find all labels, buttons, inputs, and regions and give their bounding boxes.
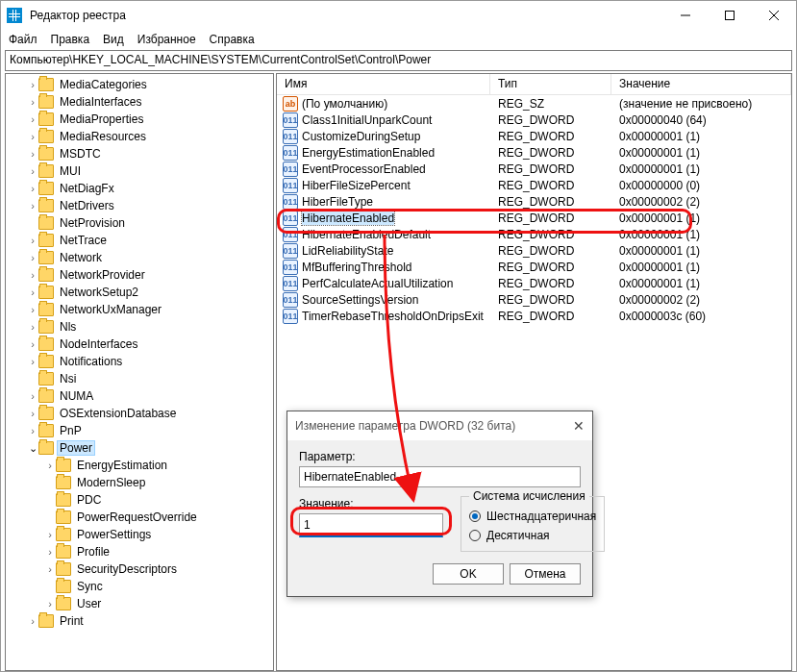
tree-label: PnP [58, 424, 84, 437]
value-row[interactable]: 011CustomizeDuringSetupREG_DWORD0x000000… [277, 128, 791, 144]
chevron-right-icon[interactable]: › [44, 563, 56, 575]
value-row[interactable]: 011PerfCalculateActualUtilizationREG_DWO… [277, 275, 791, 291]
chevron-right-icon[interactable]: › [27, 425, 38, 436]
chevron-right-icon[interactable]: › [27, 286, 38, 298]
tree-item-power[interactable]: ⌄Power [6, 439, 273, 457]
ok-button[interactable]: OK [433, 563, 504, 585]
chevron-right-icon[interactable]: › [27, 235, 38, 246]
value-row[interactable]: 011SourceSettingsVersionREG_DWORD0x00000… [277, 291, 791, 308]
tree-label: NodeInterfaces [58, 337, 139, 351]
tree-item-profile[interactable]: ›Profile [6, 543, 273, 560]
param-name-field[interactable]: HibernateEnabled [299, 466, 581, 487]
tree-item-user[interactable]: ›User [6, 595, 273, 612]
radio-hex[interactable]: Шестнадцатеричная [469, 507, 596, 526]
tree-item-mediainterfaces[interactable]: ›MediaInterfaces [6, 93, 273, 111]
tree-item-powerrequestoverride[interactable]: PowerRequestOverride [6, 509, 273, 526]
tree-item-networkprovider[interactable]: ›NetworkProvider [6, 266, 273, 284]
chevron-right-icon[interactable]: › [27, 338, 38, 350]
tree-item-pdc[interactable]: PDC [6, 491, 273, 509]
col-name[interactable]: Имя [277, 74, 490, 94]
value-row[interactable]: 011TimerRebaseThresholdOnDripsExitREG_DW… [277, 308, 791, 324]
col-data[interactable]: Значение [611, 74, 791, 94]
chevron-right-icon[interactable]: › [27, 615, 38, 627]
menu-favorites[interactable]: Избранное [137, 33, 196, 46]
tree-item-pnp[interactable]: ›PnP [6, 422, 273, 439]
chevron-right-icon[interactable]: › [44, 529, 56, 540]
tree-item-network[interactable]: ›Network [6, 249, 273, 266]
chevron-right-icon[interactable]: › [27, 96, 38, 108]
chevron-right-icon[interactable]: › [27, 165, 38, 177]
chevron-right-icon[interactable]: › [27, 79, 38, 90]
tree-item-mui[interactable]: ›MUI [6, 162, 273, 180]
tree-item-netdrivers[interactable]: ›NetDrivers [6, 197, 273, 214]
tree-item-sync[interactable]: Sync [6, 578, 273, 595]
chevron-right-icon[interactable]: › [27, 269, 38, 281]
value-row[interactable]: 011HiberFileTypeREG_DWORD0x00000002 (2) [277, 193, 791, 210]
chevron-right-icon[interactable]: › [44, 460, 56, 471]
col-type[interactable]: Тип [490, 74, 611, 94]
tree-item-networkuxmanager[interactable]: ›NetworkUxManager [6, 301, 273, 318]
window-title: Редактор реестра [30, 9, 126, 22]
chevron-right-icon[interactable]: › [27, 148, 38, 160]
chevron-right-icon[interactable]: › [27, 390, 38, 402]
address-bar[interactable]: Компьютер\HKEY_LOCAL_MACHINE\SYSTEM\Curr… [5, 50, 792, 71]
tree-item-netprovision[interactable]: NetProvision [6, 214, 273, 232]
tree-label: MSDTC [58, 147, 103, 161]
value-name: LidReliabilityState [302, 244, 393, 258]
tree-item-nls[interactable]: ›Nls [6, 318, 273, 336]
tree-item-networksetup2[interactable]: ›NetworkSetup2 [6, 284, 273, 301]
chevron-right-icon[interactable]: › [27, 183, 38, 194]
tree-item-nodeinterfaces[interactable]: ›NodeInterfaces [6, 336, 273, 353]
chevron-right-icon[interactable]: › [27, 408, 38, 419]
value-row[interactable]: 011HibernateEnabledDefaultREG_DWORD0x000… [277, 226, 791, 242]
value-row[interactable]: 011MfBufferingThresholdREG_DWORD0x000000… [277, 259, 791, 275]
tree-item-mediaresources[interactable]: ›MediaResources [6, 128, 273, 145]
tree-item-mediaproperties[interactable]: ›MediaProperties [6, 111, 273, 128]
base-legend: Система исчисления [469, 489, 589, 503]
chevron-right-icon[interactable]: › [44, 598, 56, 610]
chevron-right-icon[interactable]: › [27, 113, 38, 125]
value-input[interactable]: 1 [299, 513, 443, 537]
tree-item-notifications[interactable]: ›Notifications [6, 353, 273, 370]
tree-item-print[interactable]: ›Print [6, 612, 273, 630]
tree-item-mediacategories[interactable]: ›MediaCategories [6, 76, 273, 93]
cancel-button[interactable]: Отмена [510, 563, 581, 585]
maximize-button[interactable] [708, 1, 752, 30]
tree-item-nettrace[interactable]: ›NetTrace [6, 232, 273, 249]
chevron-right-icon[interactable]: › [27, 321, 38, 333]
tree-item-netdiagfx[interactable]: ›NetDiagFx [6, 180, 273, 197]
chevron-right-icon[interactable]: › [27, 131, 38, 142]
tree-item-nsi[interactable]: Nsi [6, 370, 273, 387]
tree-item-energyestimation[interactable]: ›EnergyEstimation [6, 457, 273, 474]
menu-file[interactable]: Файл [9, 33, 37, 46]
chevron-right-icon[interactable]: › [27, 252, 38, 263]
radio-dec[interactable]: Десятичная [469, 526, 596, 545]
menu-edit[interactable]: Правка [51, 33, 90, 46]
tree-item-powersettings[interactable]: ›PowerSettings [6, 526, 273, 543]
value-row[interactable]: 011HiberFileSizePercentREG_DWORD0x000000… [277, 177, 791, 193]
value-row[interactable]: 011LidReliabilityStateREG_DWORD0x0000000… [277, 242, 791, 259]
minimize-button[interactable] [663, 1, 708, 30]
value-row[interactable]: ab(По умолчанию)REG_SZ(значение не присв… [277, 95, 791, 112]
chevron-right-icon[interactable]: › [27, 356, 38, 367]
menu-help[interactable]: Справка [210, 33, 255, 46]
chevron-right-icon[interactable]: › [27, 304, 38, 315]
value-type: REG_DWORD [490, 212, 611, 225]
value-row[interactable]: 011EventProcessorEnabledREG_DWORD0x00000… [277, 161, 791, 177]
tree-item-securitydescriptors[interactable]: ›SecurityDescriptors [6, 560, 273, 578]
value-row[interactable]: 011HibernateEnabledREG_DWORD0x00000001 (… [277, 210, 791, 226]
value-row[interactable]: 011Class1InitialUnparkCountREG_DWORD0x00… [277, 112, 791, 128]
tree-item-osextensiondatabase[interactable]: ›OSExtensionDatabase [6, 405, 273, 422]
dialog-close-icon[interactable]: ✕ [573, 418, 585, 434]
chevron-down-icon[interactable]: ⌄ [27, 442, 38, 455]
tree-item-numa[interactable]: ›NUMA [6, 387, 273, 405]
tree-item-msdtc[interactable]: ›MSDTC [6, 145, 273, 162]
value-data: 0x00000001 (1) [611, 162, 791, 176]
close-button[interactable] [752, 1, 796, 30]
chevron-right-icon[interactable]: › [44, 546, 56, 558]
chevron-right-icon[interactable]: › [27, 200, 38, 212]
menu-view[interactable]: Вид [103, 33, 124, 46]
tree-item-modernsleep[interactable]: ModernSleep [6, 474, 273, 491]
value-row[interactable]: 011EnergyEstimationEnabledREG_DWORD0x000… [277, 144, 791, 161]
tree-panel[interactable]: ›MediaCategories›MediaInterfaces›MediaPr… [5, 73, 274, 671]
